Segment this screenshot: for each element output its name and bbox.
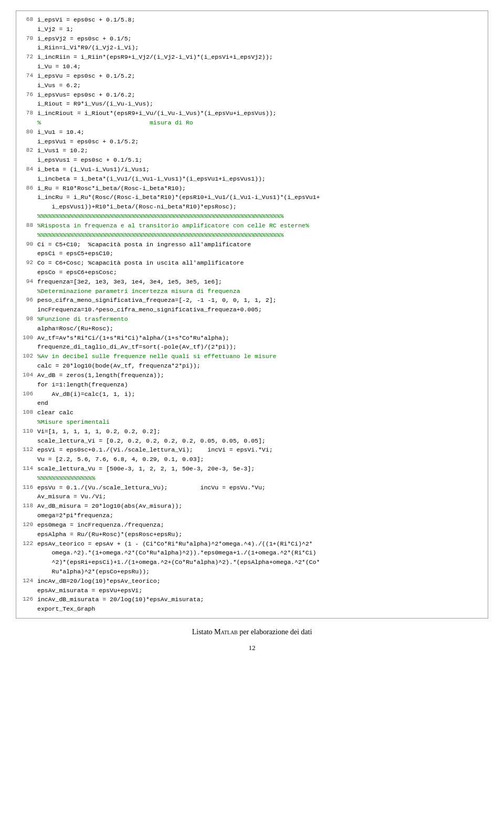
page-number: 12 — [249, 644, 256, 652]
code-line: i_Vj2 = 1; — [16, 25, 488, 34]
line-code: Vu = [2.2, 5.6, 7.6, 6.8, 4, 0.29, 0.1, … — [37, 455, 486, 464]
line-code: i_Vus1 = 10.2; — [37, 146, 486, 155]
code-line: 122epsAv_teorico = epsAv + (1 - (Ci*Co*R… — [16, 539, 488, 549]
line-code: incFrequenza=10.^peso_cifra_meno_signifi… — [37, 305, 486, 315]
line-code: %Determinazione parametri incertezza mis… — [37, 287, 486, 296]
line-code: frequenze_di_taglio_di_Av_tf=sort(-pole(… — [37, 342, 486, 352]
code-line: 74i_epsVu = eps0sc + 0.1/5.2; — [16, 71, 488, 81]
line-code: i_beta = (i_Vu1-i_Vus1)/i_Vus1; — [37, 165, 486, 174]
line-code: i_Vu = 10.4; — [37, 62, 486, 71]
line-code: end — [37, 399, 486, 408]
line-number: 68 — [18, 15, 33, 24]
code-line: end — [16, 399, 488, 408]
code-line: 76i_epsVus= eps0sc + 0.1/6.2; — [16, 90, 488, 100]
line-number: 110 — [18, 427, 33, 436]
line-number: 94 — [18, 277, 33, 286]
line-code: i_epsVu = eps0sc + 0.1/5.2; — [37, 71, 486, 81]
code-line: 98%Funzione di trasfermento — [16, 315, 488, 324]
code-line: 124incAv_dB=20/log(10)*epsAv_teorico; — [16, 577, 488, 586]
line-code: Co = C6+Cosc; %capacità posta in uscita … — [37, 258, 486, 268]
line-number: 100 — [18, 333, 33, 342]
code-line: i_epsVus1 = eps0sc + 0.1/5.1; — [16, 155, 488, 165]
line-code: i_epsVus1 = eps0sc + 0.1/5.1; — [37, 155, 486, 165]
line-code: i_epsVj2 = eps0sc + 0.1/5; — [37, 34, 486, 44]
line-code: epsVi = eps0sc+0.1./(Vi./scale_lettura_V… — [37, 445, 486, 455]
line-code: incAv_dB=20/log(10)*epsAv_teorico; — [37, 577, 486, 586]
code-line: calc = 20*log10(bode(Av_tf, frequenza*2*… — [16, 361, 488, 371]
line-code: i_incRiout = i_Riout*(epsR9+i_Vu/(i_Vu-i… — [37, 109, 486, 118]
code-line: omega.^2).*(1+omega.^2*(Co*Ru*alpha)^2))… — [16, 548, 488, 558]
line-number: 106 — [18, 390, 33, 399]
line-code: export_Tex_Graph — [37, 604, 486, 614]
line-code: Av_dB_misura = 20*log10(abs(Av_misura)); — [37, 501, 486, 511]
line-code: i_Ru = R10*Rosc*i_beta/(Rosc-i_beta*R10)… — [37, 184, 486, 193]
code-line: i_Vu = 10.4; — [16, 62, 488, 71]
line-code: %%%%%%%%%%%%%%%% — [37, 474, 486, 483]
code-line: %%%%%%%%%%%%%%%%%%%%%%%%%%%%%%%%%%%%%%%%… — [16, 212, 488, 221]
line-number: 102 — [18, 352, 33, 361]
line-code: i_incbeta = i_beta*(i_Vu1/(i_Vu1-i_Vus1)… — [37, 174, 486, 184]
code-line: %%%%%%%%%%%%%%%% — [16, 474, 488, 483]
line-code: epsCi = epsC5+epsC10; — [37, 249, 486, 258]
code-line: 118Av_dB_misura = 20*log10(abs(Av_misura… — [16, 501, 488, 511]
line-code: %Funzione di trasfermento — [37, 315, 486, 324]
line-code: for i=1:length(frequenza) — [37, 380, 486, 390]
code-line: % misura di Ro — [16, 118, 488, 128]
line-code: i_Riin=i_Vi*R9/(i_Vj2-i_Vi); — [37, 43, 486, 53]
line-number: 124 — [18, 577, 33, 585]
code-line: 86i_Ru = R10*Rosc*i_beta/(Rosc-i_beta*R1… — [16, 184, 488, 193]
line-code: i_incRiin = i_Riin*(epsR9+i_Vj2/(i_Vj2-i… — [37, 53, 486, 62]
caption: Listato Matlab per elaborazione dei dati — [192, 628, 312, 636]
line-code: %Risposta in frequenza e al transitorio … — [37, 221, 486, 231]
code-line: i_Riin=i_Vi*R9/(i_Vj2-i_Vi); — [16, 43, 488, 53]
line-number: 82 — [18, 146, 33, 155]
line-number: 92 — [18, 258, 33, 267]
code-line: i_Vus = 6.2; — [16, 81, 488, 90]
code-line: frequenze_di_taglio_di_Av_tf=sort(-pole(… — [16, 342, 488, 352]
line-number: 80 — [18, 128, 33, 137]
code-line: Av_misura = Vu./Vi; — [16, 492, 488, 501]
line-code: Av_tf=Av*s*Ri*Ci/(1+s*Ri*Ci)*alpha/(1+s*… — [37, 333, 486, 343]
code-line: 106 Av_dB(i)=calc(1, 1, i); — [16, 390, 488, 399]
code-line: %%%%%%%%%%%%%%%%%%%%%%%%%%%%%%%%%%%%%%%%… — [16, 231, 488, 240]
code-line: i_incRu = i_Ru*(Rosc/(Rosc-i_beta*R10)*(… — [16, 193, 488, 202]
line-code: frequenza=[3e2, 1e3, 3e3, 1e4, 3e4, 1e5,… — [37, 277, 486, 287]
line-code: % misura di Ro — [37, 118, 486, 128]
line-code: i_Vu1 = 10.4; — [37, 128, 486, 137]
line-number: 112 — [18, 445, 33, 454]
line-number: 90 — [18, 240, 33, 249]
line-code: scale_lettura_Vi = [0.2, 0.2, 0.2, 0.2, … — [37, 436, 486, 446]
line-number: 122 — [18, 539, 33, 548]
code-line: 96peso_cifra_meno_significativa_frequeza… — [16, 296, 488, 305]
line-number: 88 — [18, 221, 33, 230]
line-code: peso_cifra_meno_significativa_frequeza=[… — [37, 296, 486, 305]
code-content: 68i_epsVi = eps0sc + 0.1/5.8;i_Vj2 = 1;7… — [16, 15, 488, 614]
line-number: 72 — [18, 53, 33, 61]
code-line: 112epsVi = eps0sc+0.1./(Vi./scale_lettur… — [16, 445, 488, 455]
line-number: 76 — [18, 90, 33, 99]
code-line: Ru*alpha)^2*(epsCo+epsRu)); — [16, 567, 488, 577]
code-line: 88%Risposta in frequenza e al transitori… — [16, 221, 488, 231]
line-number: 86 — [18, 184, 33, 193]
code-box: 68i_epsVi = eps0sc + 0.1/5.8;i_Vj2 = 1;7… — [16, 11, 488, 619]
line-code: Ru*alpha)^2*(epsCo+epsRu)); — [37, 567, 486, 577]
line-number: 114 — [18, 464, 33, 473]
code-line: 72i_incRiin = i_Riin*(epsR9+i_Vj2/(i_Vj2… — [16, 53, 488, 62]
line-number: 78 — [18, 109, 33, 118]
line-code: incAv_dB_misurata = 20/log(10)*epsAv_mis… — [37, 595, 486, 604]
code-line: export_Tex_Graph — [16, 604, 488, 614]
line-number: 74 — [18, 71, 33, 80]
line-code: Ci = C5+C10; %capacità posta in ingresso… — [37, 240, 486, 249]
code-line: alpha=Rosc/(Ru+Rosc); — [16, 324, 488, 333]
line-code: clear calc — [37, 408, 486, 417]
line-code: i_epsVi = eps0sc + 0.1/5.8; — [37, 15, 486, 25]
code-line: 92Co = C6+Cosc; %capacità posta in uscit… — [16, 258, 488, 268]
line-code: alpha=Rosc/(Ru+Rosc); — [37, 324, 486, 333]
code-line: 94frequenza=[3e2, 1e3, 3e3, 1e4, 3e4, 1e… — [16, 277, 488, 287]
line-code: Av_dB = zeros(1,length(frequenza)); — [37, 371, 486, 380]
code-line: 120eps0mega = incFrequenza./frequenza; — [16, 520, 488, 530]
code-line: i_incbeta = i_beta*(i_Vu1/(i_Vu1-i_Vus1)… — [16, 174, 488, 184]
code-line: incFrequenza=10.^peso_cifra_meno_signifi… — [16, 305, 488, 315]
code-line: Vu = [2.2, 5.6, 7.6, 6.8, 4, 0.29, 0.1, … — [16, 455, 488, 464]
code-line: omega=2*pi*frequenza; — [16, 511, 488, 520]
